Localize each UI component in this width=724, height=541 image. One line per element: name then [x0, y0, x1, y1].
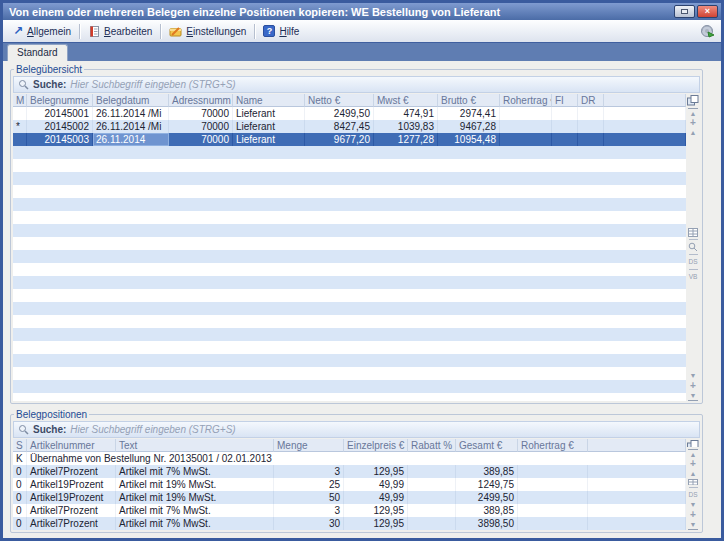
toolbar-separator: [254, 24, 255, 39]
search-row-icon[interactable]: [688, 242, 698, 252]
title-bar[interactable]: Von einem oder mehreren Belegen einzelne…: [3, 3, 721, 20]
position-row[interactable]: 0 Artikel7Prozent Artikel mit 7% MwSt. 3…: [13, 465, 686, 478]
col-dr[interactable]: DR: [578, 94, 604, 107]
positionen-search-input[interactable]: [70, 424, 695, 435]
previous-row-icon[interactable]: ▲: [688, 469, 698, 479]
col-belegdatum[interactable]: Belegdatum: [93, 94, 169, 107]
beleg-grid-header: M Belegnumme Belegdatum Adressnumm Name …: [13, 94, 686, 107]
beleg-search-input[interactable]: [70, 79, 695, 90]
toolbar-separator: [79, 24, 80, 39]
col-s[interactable]: S: [13, 439, 27, 452]
position-row[interactable]: 0 Artikel19Prozent Artikel mit 19% MwSt.…: [13, 478, 686, 491]
menu-allgemein[interactable]: ↗ Allgemein: [7, 23, 77, 39]
position-row[interactable]: 0 Artikel7Prozent Artikel mit 7% MwSt. 3…: [13, 504, 686, 517]
toolbar-separator: [160, 24, 161, 39]
tab-strip: Standard: [3, 43, 721, 61]
add-row-icon[interactable]: +: [688, 381, 698, 391]
beleg-row[interactable]: * 20145002 26.11.2014 /Mi 70000 Lieferan…: [13, 120, 686, 133]
empty-row: [13, 224, 686, 237]
vb-icon[interactable]: VB: [688, 272, 698, 282]
insert-row-icon[interactable]: +: [688, 459, 698, 469]
empty-row: [13, 328, 686, 341]
search-label: Suche:: [33, 79, 66, 90]
beleg-grid-sidebar: ▲ + ▲ DS VB ▼ + ▼: [686, 94, 700, 401]
position-row[interactable]: 0 Artikel7Prozent Artikel mit 7% MwSt. 3…: [13, 517, 686, 530]
empty-row: [13, 172, 686, 185]
last-row-icon[interactable]: ▼: [688, 520, 698, 530]
belegpositionen-searchbar[interactable]: Suche:: [13, 421, 700, 438]
col-rohertrag[interactable]: Rohertrag €: [518, 439, 588, 452]
col-artikelnummer[interactable]: Artikelnummer: [27, 439, 116, 452]
col-name[interactable]: Name: [233, 94, 305, 107]
close-icon: ×: [705, 7, 710, 16]
empty-row: [13, 146, 686, 159]
empty-row: [13, 211, 686, 224]
col-filler: [588, 439, 686, 452]
empty-row: [13, 185, 686, 198]
col-fi[interactable]: FI: [552, 94, 578, 107]
tab-standard[interactable]: Standard: [7, 44, 68, 61]
column-chooser-icon[interactable]: [687, 440, 699, 447]
search-icon: [18, 424, 29, 435]
col-belegnummer[interactable]: Belegnumme: [27, 94, 93, 107]
empty-row: [13, 159, 686, 172]
col-filler: [604, 94, 686, 107]
insert-row-icon[interactable]: +: [688, 118, 698, 128]
beleguebersicht-searchbar[interactable]: Suche:: [13, 76, 700, 93]
empty-row: [13, 341, 686, 354]
col-rabatt[interactable]: Rabatt %: [408, 439, 456, 452]
position-row[interactable]: K Übernahme von Bestellung Nr. 20135001 …: [13, 452, 686, 465]
grid-view-icon[interactable]: [688, 228, 698, 237]
add-row-icon[interactable]: +: [688, 510, 698, 520]
beleguebersicht-label: Belegübersicht: [14, 64, 84, 75]
menu-bearbeiten[interactable]: Bearbeiten: [82, 23, 158, 39]
empty-row: [13, 315, 686, 328]
col-einzelpreis[interactable]: Einzelpreis €: [344, 439, 408, 452]
close-button[interactable]: ×: [697, 5, 718, 18]
menu-bearbeiten-label: Bearbeiten: [104, 26, 152, 37]
empty-row: [13, 367, 686, 380]
beleg-row[interactable]: 20145003 26.11.2014 70000 Lieferant 9677…: [13, 133, 686, 146]
edit-document-icon: [88, 25, 100, 37]
ds-icon[interactable]: DS: [688, 490, 698, 500]
column-chooser-icon[interactable]: [687, 95, 699, 106]
empty-row: [13, 393, 686, 401]
settings-icon: [169, 25, 182, 37]
search-label: Suche:: [33, 424, 66, 435]
col-menge[interactable]: Menge: [274, 439, 344, 452]
empty-row: [13, 198, 686, 211]
empty-row: [13, 354, 686, 367]
search-icon: [18, 79, 29, 90]
beleg-grid: M Belegnumme Belegdatum Adressnumm Name …: [13, 94, 686, 401]
empty-row: [13, 289, 686, 302]
menu-hilfe[interactable]: ? Hilfe: [257, 23, 305, 39]
beleg-row[interactable]: 20145001 26.11.2014 /Mi 70000 Lieferant …: [13, 107, 686, 120]
belegpositionen-group: Belegpositionen Suche: S Artikelnummer T…: [10, 409, 703, 533]
col-text[interactable]: Text: [116, 439, 274, 452]
col-brutto[interactable]: Brutto €: [438, 94, 500, 107]
col-adressnummer[interactable]: Adressnumm: [169, 94, 233, 107]
position-row[interactable]: 0 Artikel19Prozent Artikel mit 19% MwSt.…: [13, 491, 686, 504]
previous-row-icon[interactable]: ▲: [688, 128, 698, 138]
col-netto[interactable]: Netto €: [305, 94, 374, 107]
web-update-icon[interactable]: [700, 24, 715, 39]
restore-icon: [681, 9, 688, 14]
content-panel: Belegübersicht Suche: M Belegnumme Beleg…: [3, 61, 721, 538]
help-icon: ?: [263, 25, 275, 37]
empty-row: [13, 263, 686, 276]
grid-view-icon[interactable]: [688, 479, 698, 485]
positionen-grid-header: S Artikelnummer Text Menge Einzelpreis €…: [13, 439, 686, 452]
dialog-window: Von einem oder mehreren Belegen einzelne…: [0, 0, 724, 541]
menu-einstellungen[interactable]: Einstellungen: [163, 23, 252, 39]
menu-hilfe-label: Hilfe: [279, 26, 299, 37]
positionen-grid-sidebar: ▲ + ▲ DS ▼ + ▼: [686, 439, 700, 530]
empty-row: [13, 302, 686, 315]
menu-einstellungen-label: Einstellungen: [186, 26, 246, 37]
col-m[interactable]: M: [13, 94, 27, 107]
col-gesamt[interactable]: Gesamt €: [456, 439, 518, 452]
col-rohertrag[interactable]: Rohertrag €: [500, 94, 552, 107]
restore-button[interactable]: [674, 5, 695, 18]
col-mwst[interactable]: Mwst €: [374, 94, 438, 107]
last-row-icon[interactable]: ▼: [688, 391, 698, 401]
ds-icon[interactable]: DS: [688, 257, 698, 267]
